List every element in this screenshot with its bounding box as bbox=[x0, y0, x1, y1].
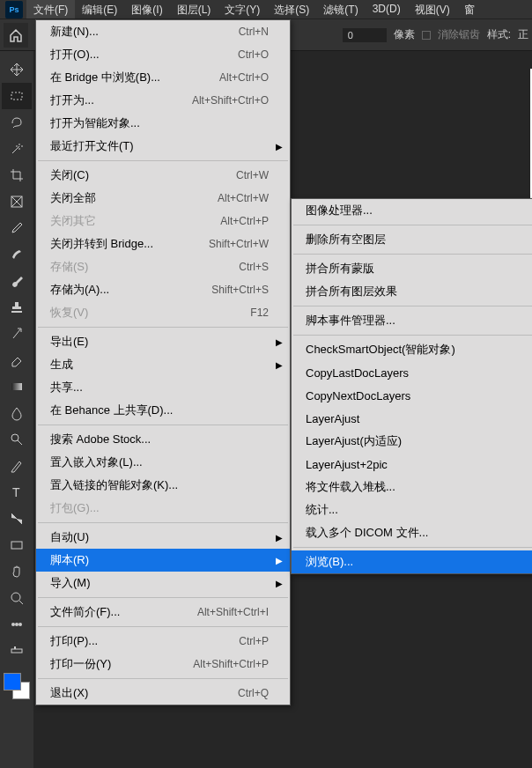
file-menu-item-12[interactable]: 存储为(A)...Shift+Ctrl+S bbox=[36, 278, 290, 301]
menu-item-label: 恢复(V) bbox=[50, 305, 88, 321]
script-menu-item-9[interactable]: CheckSmartObject(智能对象) bbox=[292, 338, 532, 361]
script-menu-item-2[interactable]: 删除所有空图层 bbox=[292, 228, 532, 251]
file-menu-item-4[interactable]: 打开为智能对象... bbox=[36, 112, 290, 135]
menu-窗[interactable]: 窗 bbox=[457, 0, 482, 18]
file-menu-item-2[interactable]: 在 Bridge 中浏览(B)...Alt+Ctrl+O bbox=[36, 66, 290, 89]
menu-item-label: 打开(O)... bbox=[50, 47, 100, 63]
script-menu-item-12[interactable]: LayerAjust bbox=[292, 407, 532, 430]
tool-hand[interactable] bbox=[2, 558, 32, 585]
tool-blur[interactable] bbox=[2, 400, 32, 426]
menu-文字(Y)[interactable]: 文字(Y) bbox=[218, 0, 267, 18]
script-menu-item-19[interactable]: 浏览(B)... bbox=[292, 550, 532, 573]
tool-stamp[interactable] bbox=[2, 294, 32, 321]
file-menu-item-18[interactable]: 在 Behance 上共享(D)... bbox=[36, 399, 290, 422]
file-menu-item-22[interactable]: 置入链接的智能对象(K)... bbox=[36, 474, 290, 497]
script-menu-item-5[interactable]: 拼合所有图层效果 bbox=[292, 280, 532, 303]
script-menu-item-14[interactable]: LayerAjust+2pic bbox=[292, 453, 532, 476]
file-menu-item-21[interactable]: 置入嵌入对象(L)... bbox=[36, 451, 290, 474]
file-menu-item-29[interactable]: 文件简介(F)...Alt+Shift+Ctrl+I bbox=[36, 601, 290, 624]
tool-zoom[interactable] bbox=[2, 585, 32, 611]
script-menu-item-13[interactable]: LayerAjust(内适应) bbox=[292, 430, 532, 453]
tool-wand[interactable] bbox=[2, 136, 32, 162]
menu-item-label: 载入多个 DICOM 文件... bbox=[306, 525, 428, 541]
tool-brush[interactable] bbox=[2, 268, 32, 294]
eyedropper-icon bbox=[9, 220, 25, 236]
file-menu-item-32[interactable]: 打印一份(Y)Alt+Shift+Ctrl+P bbox=[36, 653, 290, 676]
file-menu-item-5[interactable]: 最近打开文件(T)▶ bbox=[36, 135, 290, 158]
tool-history[interactable] bbox=[2, 321, 32, 347]
history-icon bbox=[9, 326, 25, 342]
tool-extra2[interactable] bbox=[2, 638, 32, 664]
script-menu-item-17[interactable]: 载入多个 DICOM 文件... bbox=[292, 521, 532, 544]
tool-eyedropper[interactable] bbox=[2, 215, 32, 241]
menu-滤镜(T)[interactable]: 滤镜(T) bbox=[316, 0, 365, 18]
blur-icon bbox=[9, 405, 25, 421]
tool-frame[interactable] bbox=[2, 188, 32, 215]
extra1-icon bbox=[9, 617, 25, 632]
tool-crop[interactable] bbox=[2, 162, 32, 188]
file-menu-item-26[interactable]: 脚本(R)▶ bbox=[36, 549, 290, 572]
foreground-color[interactable] bbox=[4, 673, 21, 690]
file-menu-item-8[interactable]: 关闭全部Alt+Ctrl+W bbox=[36, 187, 290, 210]
tool-healing[interactable] bbox=[2, 241, 32, 268]
file-menu-separator bbox=[38, 597, 288, 598]
opt-style-value[interactable]: 正 bbox=[518, 27, 528, 42]
tool-path[interactable] bbox=[2, 506, 32, 532]
file-menu-item-31[interactable]: 打印(P)...Ctrl+P bbox=[36, 630, 290, 653]
menu-item-shortcut: Ctrl+P bbox=[239, 635, 269, 647]
tool-rect[interactable] bbox=[2, 532, 32, 558]
opt-value[interactable]: 0 bbox=[343, 28, 387, 42]
file-menu-item-1[interactable]: 打开(O)...Ctrl+O bbox=[36, 43, 290, 66]
tool-eraser[interactable] bbox=[2, 347, 32, 373]
script-menu-item-10[interactable]: CopyLastDocLayers bbox=[292, 361, 532, 384]
script-menu-item-4[interactable]: 拼合所有蒙版 bbox=[292, 257, 532, 280]
color-swatch[interactable] bbox=[0, 673, 32, 705]
tool-move[interactable] bbox=[2, 56, 32, 83]
file-menu-item-16[interactable]: 生成▶ bbox=[36, 353, 290, 376]
tool-extra1[interactable] bbox=[2, 611, 32, 638]
menu-3D(D)[interactable]: 3D(D) bbox=[366, 0, 408, 18]
menu-编辑(E)[interactable]: 编辑(E) bbox=[75, 0, 124, 18]
file-menu-item-27[interactable]: 导入(M)▶ bbox=[36, 572, 290, 594]
script-menu-item-0[interactable]: 图像处理器... bbox=[292, 199, 532, 222]
menu-item-label: 搜索 Adobe Stock... bbox=[50, 432, 151, 447]
script-menu-item-11[interactable]: CopyNextDocLayers bbox=[292, 384, 532, 407]
file-menu-item-3[interactable]: 打开为...Alt+Shift+Ctrl+O bbox=[36, 89, 290, 112]
menu-item-label: CopyLastDocLayers bbox=[306, 366, 409, 380]
file-menu-item-7[interactable]: 关闭(C)Ctrl+W bbox=[36, 164, 290, 187]
menu-item-label: 关闭其它 bbox=[50, 213, 96, 229]
script-menu-item-16[interactable]: 统计... bbox=[292, 498, 532, 521]
script-menu-separator bbox=[293, 335, 532, 336]
menu-视图(V)[interactable]: 视图(V) bbox=[408, 0, 457, 18]
menu-选择(S)[interactable]: 选择(S) bbox=[267, 0, 316, 18]
tool-type[interactable]: T bbox=[2, 479, 32, 506]
menu-文件(F)[interactable]: 文件(F) bbox=[26, 0, 75, 18]
script-menu-item-15[interactable]: 将文件载入堆栈... bbox=[292, 476, 532, 498]
tool-dodge[interactable] bbox=[2, 426, 32, 453]
menu-item-label: 退出(X) bbox=[50, 685, 88, 701]
brush-icon bbox=[9, 273, 25, 289]
menu-图像(I)[interactable]: 图像(I) bbox=[124, 0, 169, 18]
file-menu-item-0[interactable]: 新建(N)...Ctrl+N bbox=[36, 20, 290, 43]
svg-rect-0 bbox=[11, 92, 22, 100]
tool-marquee[interactable] bbox=[2, 83, 32, 109]
tool-gradient[interactable] bbox=[2, 373, 32, 400]
antialias-checkbox[interactable] bbox=[422, 31, 431, 40]
file-menu-item-25[interactable]: 自动(U)▶ bbox=[36, 526, 290, 549]
menu-item-label: 共享... bbox=[50, 380, 83, 395]
home-button[interactable] bbox=[4, 23, 28, 48]
script-menu-item-7[interactable]: 脚本事件管理器... bbox=[292, 309, 532, 332]
menu-图层(L)[interactable]: 图层(L) bbox=[170, 0, 218, 18]
menu-item-label: 图像处理器... bbox=[306, 203, 373, 218]
tool-lasso[interactable] bbox=[2, 109, 32, 136]
tool-pen[interactable] bbox=[2, 453, 32, 479]
file-menu-item-15[interactable]: 导出(E)▶ bbox=[36, 330, 290, 353]
opt-unit: 像素 bbox=[394, 27, 415, 42]
menu-item-label: 将文件载入堆栈... bbox=[306, 479, 395, 495]
file-menu-item-34[interactable]: 退出(X)Ctrl+Q bbox=[36, 682, 290, 705]
file-menu-item-10[interactable]: 关闭并转到 Bridge...Shift+Ctrl+W bbox=[36, 233, 290, 255]
file-menu-item-20[interactable]: 搜索 Adobe Stock... bbox=[36, 428, 290, 451]
file-menu-item-17[interactable]: 共享... bbox=[36, 376, 290, 399]
file-menu-item-23: 打包(G)... bbox=[36, 497, 290, 520]
menu-item-shortcut: F12 bbox=[250, 306, 269, 319]
